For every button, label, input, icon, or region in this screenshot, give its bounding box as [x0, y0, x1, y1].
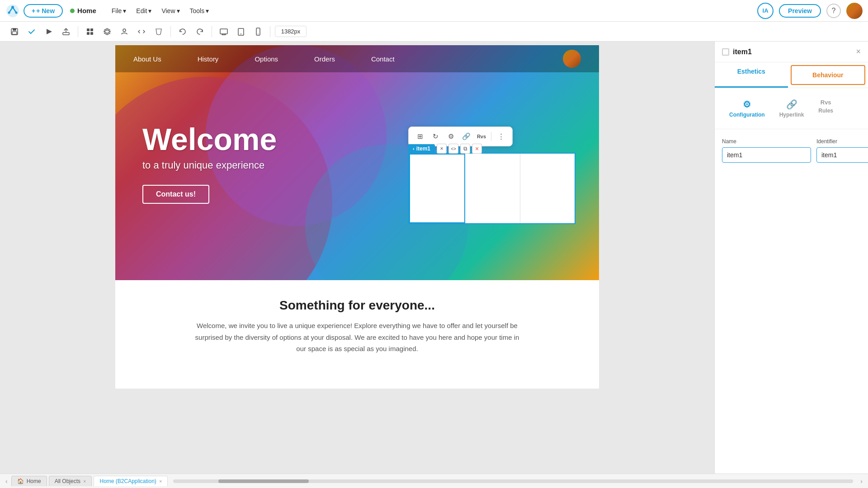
preview-button[interactable]: Preview	[779, 4, 821, 18]
layers-button[interactable]	[100, 24, 114, 39]
content-body: Welcome, we invite you to live a unique …	[194, 320, 520, 355]
widget-column-2	[465, 154, 520, 223]
widget-settings-tool[interactable]: ⚙	[444, 130, 458, 143]
top-right-actions: IA Preview ?	[757, 3, 863, 19]
toolbar-divider-4	[270, 26, 270, 37]
user-avatar[interactable]	[846, 3, 863, 19]
breadcrumb-action-x[interactable]: ×	[437, 144, 447, 154]
desktop-view-button[interactable]	[217, 24, 231, 39]
avatar-image	[846, 3, 863, 19]
bottom-bar: ‹ 🏠 Home All Objects × Home (B2CApplicat…	[0, 474, 868, 488]
panel-header: item1 ×	[715, 42, 868, 62]
svg-rect-9	[87, 28, 90, 31]
hyperlink-icon: 🔗	[786, 99, 797, 110]
svg-rect-5	[13, 28, 16, 31]
home-tab-icon: 🏠	[17, 478, 24, 484]
components-button[interactable]	[83, 24, 97, 39]
widget-more-tool[interactable]: ⋮	[494, 130, 508, 143]
svg-point-1	[11, 6, 14, 9]
breadcrumb-action-code[interactable]: <>	[448, 144, 458, 154]
plus-icon: +	[32, 7, 35, 14]
widget-responsive-tool[interactable]: Rvs	[475, 130, 488, 143]
widget-link-tool[interactable]: 🔗	[459, 130, 473, 143]
new-button[interactable]: + + New	[24, 4, 63, 18]
app-logo-icon	[5, 4, 20, 18]
right-panel: item1 × Esthetics Behaviour ⚙ Configurat…	[714, 42, 868, 474]
contact-us-button[interactable]: Contact us!	[142, 185, 209, 204]
home-b2c-close[interactable]: ×	[159, 479, 162, 484]
bottom-tab-home-b2c[interactable]: Home (B2CApplication) ×	[94, 476, 168, 486]
close-panel-button[interactable]: ×	[856, 47, 861, 56]
nav-item-about[interactable]: About Us	[133, 55, 161, 63]
all-objects-close[interactable]: ×	[83, 479, 86, 484]
help-button[interactable]: ?	[826, 4, 841, 18]
svg-rect-10	[90, 28, 93, 31]
save-button[interactable]	[7, 24, 22, 39]
svg-point-2	[8, 11, 10, 14]
panel-checkbox[interactable]	[722, 48, 729, 56]
undo-button[interactable]	[175, 24, 190, 39]
sub-tab-hyperlink[interactable]: 🔗 Hyperlink	[772, 95, 811, 122]
scroll-left-arrow[interactable]: ‹	[4, 478, 9, 485]
breadcrumb-action-copy[interactable]: ⧉	[460, 144, 470, 154]
export-button[interactable]	[59, 24, 73, 39]
widget-column-3	[520, 154, 575, 223]
main-area: Welcome to a truly unique experience Con…	[0, 42, 868, 474]
check-button[interactable]	[24, 24, 39, 39]
widget-select-tool[interactable]: ⊞	[413, 130, 427, 143]
breadcrumb-close[interactable]: ×	[472, 144, 482, 154]
form-group-name: Name	[722, 138, 811, 163]
data-button[interactable]	[117, 24, 132, 39]
form-row-names: Name Identifier	[722, 138, 861, 163]
bottom-tab-home[interactable]: 🏠 Home	[11, 476, 47, 486]
ia-button[interactable]: IA	[757, 3, 774, 19]
canvas-area: Welcome to a truly unique experience Con…	[0, 42, 714, 474]
horizontal-scrollbar[interactable]	[173, 479, 853, 483]
toolbar-divider-2	[170, 26, 171, 37]
form-group-identifier: Identifier	[816, 138, 868, 163]
bottom-tab-all-objects[interactable]: All Objects ×	[49, 476, 92, 486]
content-heading: Something for everyone...	[142, 298, 572, 313]
nav-item-contact[interactable]: Contact	[371, 55, 395, 63]
name-input[interactable]	[722, 147, 811, 163]
chevron-down-icon: ▾	[148, 7, 151, 14]
site-nav: About Us History Options Orders Contact	[115, 45, 599, 72]
redo-button[interactable]	[193, 24, 207, 39]
html-button[interactable]	[151, 24, 166, 39]
tab-esthetics[interactable]: Esthetics	[715, 62, 788, 88]
edit-menu-button[interactable]: Edit ▾	[132, 5, 156, 17]
tab-behaviour[interactable]: Behaviour	[791, 65, 866, 85]
scrollbar-thumb[interactable]	[218, 479, 309, 483]
svg-rect-12	[90, 32, 93, 35]
scroll-right-arrow[interactable]: ›	[859, 478, 864, 485]
chevron-down-icon: ▾	[177, 7, 180, 14]
widget-rotate-tool[interactable]: ↻	[429, 130, 442, 143]
svg-point-18	[258, 33, 259, 34]
svg-point-3	[15, 11, 18, 14]
code-button[interactable]	[134, 24, 149, 39]
nav-item-orders[interactable]: Orders	[314, 55, 335, 63]
widget-toolbar-divider	[491, 132, 491, 141]
tablet-view-button[interactable]	[234, 24, 248, 39]
sub-tabs: ⚙ Configuration 🔗 Hyperlink Rvs Rules	[715, 88, 868, 129]
nav-item-options[interactable]: Options	[255, 55, 278, 63]
view-menu-button[interactable]: View ▾	[157, 5, 184, 17]
file-menu-button[interactable]: File ▾	[107, 5, 131, 17]
name-label: Name	[722, 138, 811, 145]
identifier-input[interactable]	[816, 147, 868, 163]
nav-user-avatar[interactable]	[563, 50, 581, 68]
nav-item-history[interactable]: History	[198, 55, 219, 63]
configuration-icon: ⚙	[743, 99, 751, 110]
breadcrumb-item1[interactable]: ‹ item1	[408, 144, 435, 153]
play-button[interactable]	[42, 24, 56, 39]
three-column-widget[interactable]	[408, 153, 576, 224]
home-tab[interactable]: Home	[66, 7, 100, 14]
tools-menu-button[interactable]: Tools ▾	[185, 5, 214, 17]
hero-title: Welcome	[142, 122, 277, 157]
sub-tab-rules[interactable]: Rvs Rules	[811, 95, 840, 122]
mobile-view-button[interactable]	[251, 24, 265, 39]
home-dot-icon	[70, 9, 75, 13]
panel-tabs: Esthetics Behaviour	[715, 62, 868, 88]
sub-tab-configuration[interactable]: ⚙ Configuration	[722, 95, 772, 122]
svg-rect-14	[220, 29, 227, 34]
